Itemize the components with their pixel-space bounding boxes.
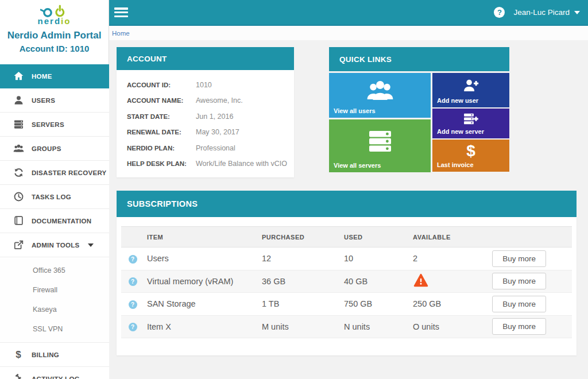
warning-icon: [413, 273, 429, 287]
sidebar-item-billing[interactable]: $ BILLING: [0, 343, 109, 367]
tile-label: Last invoice: [437, 161, 474, 168]
submenu-item-office-365[interactable]: Office 365: [0, 261, 109, 280]
dollar-icon: $: [13, 349, 24, 361]
cell-available: [410, 270, 488, 293]
help-icon[interactable]: ?: [494, 7, 505, 18]
sidebar-menu: HOME USERS SERVERS GROUPS: [0, 64, 109, 379]
cell-item: Virtual memory (vRAM): [144, 270, 259, 293]
cell-used: 750 GB: [341, 293, 410, 316]
menu-hamburger-icon[interactable]: [114, 7, 128, 17]
column-header-purchased: PURCHASED: [259, 227, 341, 247]
quick-link-add-new-user[interactable]: Add new user: [432, 73, 509, 107]
server-plus-icon: [432, 109, 509, 129]
column-header-available: AVAILABLE: [410, 227, 488, 247]
buy-more-button[interactable]: Buy more: [492, 318, 546, 335]
users-group-icon: [13, 143, 24, 154]
quick-link-add-new-server[interactable]: Add new server: [432, 109, 509, 138]
account-row: RENEWAL DATE:May 30, 2017: [127, 125, 284, 141]
breadcrumb-home-link[interactable]: Home: [112, 30, 130, 37]
sidebar-item-groups[interactable]: GROUPS: [0, 137, 109, 161]
breadcrumb: Home: [109, 26, 588, 40]
quick-links-panel: QUICK LINKS View all users View all serv…: [329, 47, 509, 172]
submenu-item-firewall[interactable]: Firewall: [0, 280, 109, 300]
user-name: Jean-Luc Picard: [513, 8, 570, 17]
sidebar-item-label: SERVERS: [32, 121, 64, 128]
external-link-icon: [13, 239, 24, 251]
cell-used: 10: [341, 247, 410, 270]
sidebar-item-label: ACTIVITY LOG: [32, 376, 80, 379]
cell-purchased: 36 GB: [259, 270, 341, 293]
sidebar-item-home[interactable]: HOME: [0, 64, 109, 88]
sidebar-item-label: TASKS LOG: [32, 194, 71, 200]
nerdio-logo-text: nerdio: [0, 17, 109, 25]
quick-link-last-invoice[interactable]: $ Last invoice: [432, 140, 509, 172]
buy-more-button[interactable]: Buy more: [492, 250, 546, 267]
quick-link-view-all-servers[interactable]: View all servers: [329, 119, 431, 172]
table-row: ? Item X M units N units O units Buy mor…: [121, 315, 572, 338]
table-row: ? Users 12 10 2 Buy more: [121, 247, 572, 270]
subscriptions-table: ITEM PURCHASED USED AVAILABLE ? Users 12: [121, 226, 572, 338]
users-group-icon: [329, 73, 431, 109]
sidebar-item-label: GROUPS: [32, 145, 61, 152]
account-id-line: Account ID: 1010: [0, 44, 109, 53]
help-icon[interactable]: ?: [129, 255, 137, 264]
refresh-icon: [13, 167, 24, 179]
gavel-icon: [13, 373, 24, 379]
cell-used: 40 GB: [341, 270, 410, 293]
sidebar-item-servers[interactable]: SERVERS: [0, 113, 109, 137]
sidebar-item-label: DOCUMENTATION: [32, 218, 91, 225]
account-panel: ACCOUNT ACCOUNT ID:1010 ACCOUNT NAME:Awe…: [117, 47, 294, 177]
account-row: HELP DESK PLAN:Work/Life Balance with vC…: [127, 156, 284, 172]
clock-icon: [13, 191, 24, 203]
nerdio-logo: nerdio: [0, 5, 109, 25]
account-row: ACCOUNT NAME:Awesome, Inc.: [127, 93, 284, 109]
user-menu[interactable]: Jean-Luc Picard: [513, 8, 580, 17]
submenu-item-ssl-vpn[interactable]: SSL VPN: [0, 319, 109, 339]
sidebar-item-label: DISASTER RECOVERY: [32, 169, 107, 176]
cell-purchased: 12: [259, 247, 341, 270]
submenu-item-kaseya[interactable]: Kaseya: [0, 300, 109, 319]
help-icon[interactable]: ?: [129, 323, 137, 331]
topbar-right: ? Jean-Luc Picard: [494, 7, 580, 18]
cell-purchased: 1 TB: [259, 293, 341, 316]
quick-link-view-all-users[interactable]: View all users: [329, 73, 431, 118]
sidebar-item-disaster-recovery[interactable]: DISASTER RECOVERY: [0, 161, 109, 185]
servers-icon: [329, 119, 431, 163]
sidebar-item-label: ADMIN TOOLS: [32, 242, 80, 249]
cell-item: Users: [144, 247, 259, 270]
sidebar-item-activity-log[interactable]: ACTIVITY LOG: [0, 367, 109, 379]
topbar: ? Jean-Luc Picard: [109, 0, 588, 26]
table-row: ? Virtual memory (vRAM) 36 GB 40 GB Buy …: [121, 270, 572, 293]
book-icon: [13, 215, 24, 227]
sidebar-item-tasks-log[interactable]: TASKS LOG: [0, 185, 109, 209]
buy-more-button[interactable]: Buy more: [492, 273, 546, 289]
quick-links-title: QUICK LINKS: [329, 47, 509, 71]
home-icon: [13, 71, 24, 82]
column-header-item: ITEM: [144, 227, 259, 247]
cell-used: N units: [341, 315, 410, 338]
cell-available: O units: [410, 315, 488, 338]
help-icon[interactable]: ?: [129, 277, 137, 286]
cell-available: 250 GB: [410, 293, 488, 316]
buy-more-button[interactable]: Buy more: [492, 296, 546, 312]
cell-item: Item X: [144, 315, 259, 338]
sidebar-item-documentation[interactable]: DOCUMENTATION: [0, 209, 109, 233]
sidebar-item-label: BILLING: [32, 351, 59, 358]
account-panel-title: ACCOUNT: [117, 47, 294, 70]
account-row: ACCOUNT ID:1010: [127, 77, 284, 93]
table-header-row: ITEM PURCHASED USED AVAILABLE: [121, 227, 572, 247]
nerdio-admin-portal: nerdio Nerdio Admin Portal Account ID: 1…: [0, 0, 588, 379]
sidebar-item-users[interactable]: USERS: [0, 88, 109, 113]
tile-label: View all servers: [334, 162, 381, 169]
sidebar-item-admin-tools[interactable]: ADMIN TOOLS: [0, 233, 109, 257]
account-row: START DATE:Jun 1, 2016: [127, 109, 284, 125]
user-icon: [13, 95, 24, 106]
cell-available: 2: [410, 247, 488, 270]
tile-label: View all users: [334, 107, 376, 114]
dollar-icon: $: [432, 140, 509, 163]
sidebar: nerdio Nerdio Admin Portal Account ID: 1…: [0, 0, 109, 379]
sidebar-item-label: USERS: [32, 97, 55, 104]
help-icon[interactable]: ?: [129, 300, 137, 309]
subscriptions-title: SUBSCRIPTIONS: [117, 191, 577, 217]
tile-label: Add new server: [437, 128, 484, 135]
